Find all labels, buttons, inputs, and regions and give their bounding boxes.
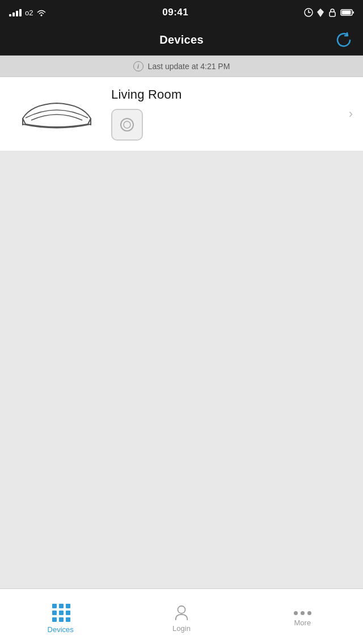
status-right — [304, 8, 354, 17]
tab-more[interactable]: More — [242, 589, 363, 644]
status-time: 09:41 — [162, 7, 188, 18]
tab-bar: Devices Login More — [0, 588, 363, 644]
tab-devices-label: Devices — [48, 625, 74, 634]
person-icon — [175, 605, 188, 621]
svg-point-0 — [41, 15, 43, 16]
svg-point-11 — [178, 606, 185, 613]
tab-login[interactable]: Login — [121, 589, 242, 644]
info-icon: i — [133, 61, 143, 71]
update-banner: i Last update at 4:21 PM — [0, 56, 363, 77]
svg-rect-5 — [341, 11, 351, 15]
tab-devices[interactable]: Devices — [0, 589, 121, 644]
svg-point-9 — [121, 118, 133, 131]
nav-title: Devices — [159, 33, 204, 46]
svg-rect-3 — [330, 12, 335, 16]
svg-rect-6 — [353, 11, 354, 14]
battery-icon — [340, 9, 354, 16]
chevron-right-icon: › — [349, 107, 353, 121]
lock-icon — [328, 8, 337, 17]
svg-point-10 — [124, 121, 130, 128]
clock-icon — [304, 8, 313, 17]
tab-login-label: Login — [172, 624, 191, 633]
update-text: Last update at 4:21 PM — [148, 62, 230, 71]
device-image — [11, 91, 102, 137]
content-area — [0, 151, 363, 595]
refresh-icon — [335, 32, 352, 49]
device-power-button[interactable] — [111, 109, 143, 141]
devices-grid-icon — [52, 604, 69, 622]
device-name: Living Room — [111, 87, 352, 102]
device-info: Living Room — [111, 87, 352, 141]
signal-icon — [9, 9, 22, 16]
status-bar: o2 09:41 — [0, 0, 363, 25]
refresh-button[interactable] — [335, 31, 353, 49]
router-icon — [14, 93, 99, 135]
svg-marker-2 — [317, 9, 324, 17]
tab-more-label: More — [294, 618, 311, 627]
carrier-label: o2 — [25, 9, 33, 17]
power-icon — [119, 117, 135, 133]
status-left: o2 — [9, 9, 47, 17]
nav-bar: Devices — [0, 25, 363, 56]
device-card[interactable]: Living Room › — [0, 77, 363, 151]
wifi-icon — [36, 9, 47, 16]
more-dots-icon — [294, 611, 311, 615]
location-icon — [316, 8, 324, 17]
